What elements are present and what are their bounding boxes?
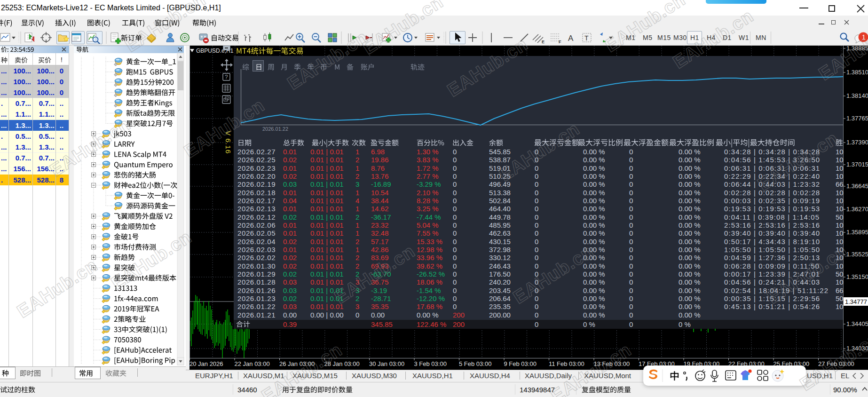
svg-text:1: 1 xyxy=(862,33,866,41)
svg-text:T: T xyxy=(584,34,589,42)
svg-text:?: ? xyxy=(225,74,228,80)
svg-text:E: E xyxy=(542,40,544,44)
svg-text:F: F xyxy=(559,40,561,44)
svg-text:A: A xyxy=(568,34,574,43)
